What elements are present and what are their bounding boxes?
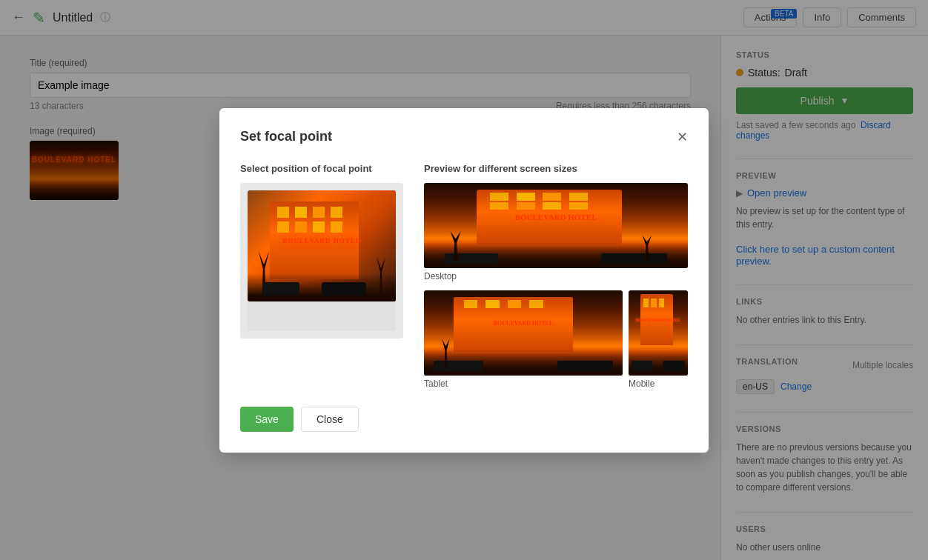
preview-heading: Preview for different screen sizes [424,163,688,174]
mobile-hotel-sign: BOULEVARD HOTEL [636,318,680,322]
modal-footer: Save Close [240,407,688,432]
car-silhouette-2 [322,282,366,296]
modal-title: Set focal point [240,129,332,144]
save-button[interactable]: Save [240,407,294,432]
focal-hotel-sign: BOULEVARD HOTEL [282,237,361,244]
modal-close-button[interactable]: ✕ [677,129,688,145]
tablet-label: Tablet [424,379,623,389]
select-focal-heading: Select position of focal point [240,163,403,174]
preview-desktop: BOULEVARD HOTEL [424,183,688,268]
car-silhouette-1 [262,282,299,296]
mobile-label: Mobile [629,379,688,389]
modal-header: Set focal point ✕ [240,129,688,145]
modal-body: Select position of focal point [240,163,688,389]
modal-overlay[interactable]: Set focal point ✕ Select position of foc… [0,0,928,560]
focal-image-wrapper: BOULEVARD HOTEL [248,190,396,331]
focal-image[interactable]: BOULEVARD HOTEL [248,190,396,301]
close-button[interactable]: Close [301,407,359,432]
preview-labels-row: Tablet Mobile [424,379,688,389]
preview-row: BOULEVARD HOTEL BOULEVARD HOTEL [424,290,688,376]
tablet-hotel-sign: BOULEVARD HOTEL [494,320,554,327]
modal-left-panel: Select position of focal point [240,163,403,389]
desktop-label: Desktop [424,271,688,281]
modal: Set focal point ✕ Select position of foc… [219,108,709,453]
focal-below-area [248,301,396,331]
desktop-hotel-sign: BOULEVARD HOTEL [515,213,597,221]
preview-mobile: BOULEVARD HOTEL [629,290,688,376]
modal-right-panel: Preview for different screen sizes BOULE… [424,163,688,389]
focal-container[interactable]: BOULEVARD HOTEL [240,183,403,339]
preview-tablet: BOULEVARD HOTEL [424,290,623,376]
